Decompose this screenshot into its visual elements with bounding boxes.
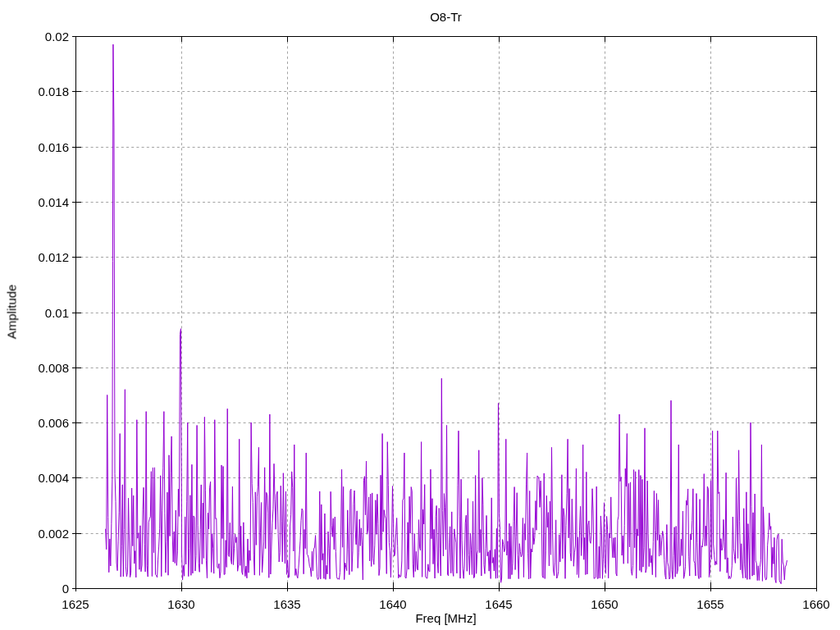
chart-title: O8-Tr	[75, 11, 816, 23]
y-tick-label: 0	[0, 582, 69, 595]
x-tick-label: 1635	[273, 598, 300, 610]
y-tick-label: 0.014	[0, 195, 69, 208]
y-tick-label: 0.008	[0, 361, 69, 373]
x-tick-label: 1640	[379, 598, 406, 610]
x-tick-label: 1625	[62, 598, 89, 610]
y-tick-label: 0.002	[0, 527, 69, 539]
y-tick-label: 0.018	[0, 85, 69, 98]
y-tick-label: 0.012	[0, 251, 69, 263]
x-tick-label: 1645	[485, 598, 512, 610]
y-tick-label: 0.004	[0, 472, 69, 484]
x-tick-label: 1660	[802, 598, 829, 610]
x-axis-label: Freq [MHz]	[75, 612, 816, 624]
y-tick-label: 0.01	[0, 306, 69, 318]
x-tick-label: 1650	[591, 598, 618, 610]
spectrum-plot-canvas	[0, 0, 840, 630]
y-tick-label: 0.006	[0, 417, 69, 429]
y-tick-label: 0.02	[0, 30, 69, 43]
x-tick-label: 1630	[167, 598, 194, 610]
figure: O8-Tr Freq [MHz] Amplitude 1625163016351…	[0, 0, 840, 630]
y-tick-label: 0.016	[0, 140, 69, 153]
x-tick-label: 1655	[696, 598, 724, 610]
